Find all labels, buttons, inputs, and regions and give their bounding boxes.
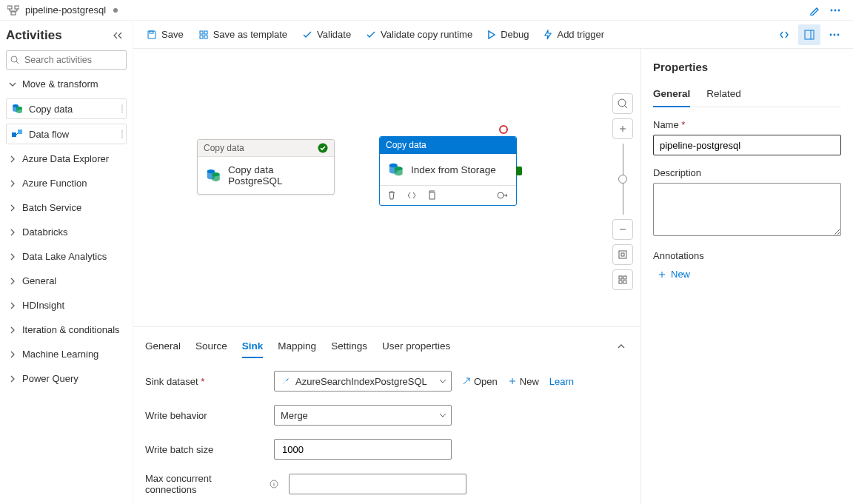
chevron-right-icon [9, 155, 18, 163]
svg-rect-0 [7, 6, 12, 9]
chevron-right-icon [9, 375, 18, 383]
category-item[interactable]: Databricks [6, 222, 127, 242]
bottom-tabs: General Source Sink Mapping Settings Use… [145, 332, 629, 357]
zoom-controls [612, 93, 633, 290]
copy-data-icon [11, 103, 23, 115]
category-item[interactable]: General [6, 271, 127, 291]
learn-link[interactable]: Learn [549, 376, 574, 387]
collapse-panel-icon[interactable] [617, 343, 629, 350]
output-port[interactable] [516, 167, 522, 175]
debug-button[interactable]: Debug [481, 26, 535, 43]
design-canvas[interactable]: Copy data Copy data PostgreSQL Cop [133, 49, 640, 326]
add-trigger-button[interactable]: Add trigger [538, 26, 610, 43]
search-box [6, 50, 127, 70]
category-label: Machine Learning [22, 349, 98, 360]
category-item[interactable]: Data Lake Analytics [6, 246, 127, 266]
zoom-reset-button[interactable] [612, 93, 633, 114]
activity-node-index-from-storage[interactable]: Copy data Index from Storage [379, 136, 517, 206]
svg-rect-31 [623, 276, 626, 279]
category-item[interactable]: Machine Learning [6, 344, 127, 364]
category-label: Batch Service [22, 202, 81, 213]
chevron-right-icon [9, 326, 18, 334]
category-label: Azure Function [22, 178, 87, 189]
write-behavior-label: Write behavior [145, 410, 264, 421]
write-batch-size-label: Write batch size [145, 444, 264, 455]
annotations-label: Annotations [653, 250, 841, 261]
description-textarea[interactable] [653, 183, 841, 236]
properties-heading: Properties [653, 61, 841, 73]
info-icon[interactable] [270, 480, 278, 488]
sink-dataset-label: Sink dataset * [145, 376, 264, 387]
svg-rect-10 [18, 130, 22, 134]
svg-point-18 [834, 33, 836, 36]
zoom-out-button[interactable] [612, 219, 633, 240]
open-dataset-button[interactable]: Open [462, 376, 498, 387]
category-move-transform[interactable]: Move & transform [6, 74, 127, 94]
activity-item-label: Copy data [29, 104, 73, 115]
delete-icon[interactable] [387, 190, 396, 201]
max-concurrent-connections-input-wrapper [289, 474, 466, 494]
tab-settings[interactable]: Settings [331, 335, 367, 357]
chevron-right-icon [9, 180, 18, 187]
save-as-template-button[interactable]: Save as template [193, 26, 293, 43]
zoom-in-button[interactable] [612, 118, 633, 139]
add-annotation-button[interactable]: New [653, 269, 841, 280]
svg-point-17 [830, 33, 832, 36]
properties-tab-general[interactable]: General [653, 84, 690, 107]
properties-panel-button[interactable] [798, 24, 820, 45]
rename-icon[interactable] [804, 2, 825, 19]
validate-copy-runtime-button[interactable]: Validate copy runtime [360, 26, 478, 43]
activity-node-copy-postgresql[interactable]: Copy data Copy data PostgreSQL [197, 139, 335, 195]
tab-sink[interactable]: Sink [242, 335, 264, 357]
svg-rect-25 [429, 192, 435, 199]
activity-item-data-flow[interactable]: Data flow [6, 124, 127, 144]
chevron-down-icon [9, 81, 18, 88]
description-label: Description [653, 167, 841, 178]
clone-icon[interactable] [427, 190, 436, 201]
svg-rect-13 [204, 31, 207, 34]
category-item[interactable]: HDInsight [6, 295, 127, 315]
unsaved-indicator-icon [113, 8, 118, 13]
save-button[interactable]: Save [141, 26, 190, 43]
activity-item-copy-data[interactable]: Copy data [6, 98, 127, 119]
chevron-right-icon [9, 229, 18, 236]
svg-point-3 [831, 9, 833, 11]
validate-button[interactable]: Validate [296, 26, 357, 43]
max-concurrent-connections-input[interactable] [295, 478, 448, 491]
tab-mapping[interactable]: Mapping [278, 335, 316, 357]
zoom-slider[interactable] [623, 144, 623, 215]
write-batch-size-input[interactable] [281, 443, 433, 456]
sidebar-collapse-icon[interactable] [112, 31, 127, 40]
category-label: Databricks [22, 226, 67, 238]
category-item[interactable]: Power Query [6, 369, 127, 389]
category-item[interactable]: Azure Data Explorer [6, 149, 127, 169]
category-item[interactable]: Iteration & conditionals [6, 320, 127, 340]
fit-to-screen-button[interactable] [612, 244, 633, 265]
category-item[interactable]: Batch Service [6, 198, 127, 218]
properties-tab-related[interactable]: Related [706, 84, 741, 107]
category-item[interactable]: Azure Function [6, 173, 127, 193]
pipeline-name-input[interactable] [653, 135, 841, 155]
pipeline-name: pipeline-postgresql [25, 4, 106, 16]
new-dataset-button[interactable]: New [508, 376, 539, 387]
tab-general[interactable]: General [145, 335, 181, 357]
auto-layout-button[interactable] [612, 269, 633, 290]
svg-rect-33 [623, 280, 626, 283]
sink-dataset-value: AzureSearchIndexPostgreSQL [295, 376, 427, 387]
expand-icon[interactable] [497, 191, 509, 200]
category-label: Power Query [22, 373, 78, 384]
code-view-button[interactable] [773, 24, 795, 45]
toolbar: Save Save as template Validate Validate … [133, 21, 853, 49]
toolbar-more-button[interactable] [823, 24, 846, 45]
search-input[interactable] [6, 50, 127, 70]
sink-dataset-select[interactable]: AzureSearchIndexPostgreSQL [274, 371, 452, 392]
copy-data-icon [387, 161, 404, 178]
tab-source[interactable]: Source [195, 335, 227, 357]
tab-user-properties[interactable]: User properties [382, 335, 450, 357]
write-behavior-select[interactable]: Merge [274, 405, 452, 426]
node-type-label: Copy data [204, 143, 244, 153]
code-icon[interactable] [407, 191, 417, 200]
write-batch-size-input-wrapper [274, 439, 452, 460]
more-icon[interactable] [825, 2, 846, 19]
category-label: Move & transform [22, 78, 98, 90]
